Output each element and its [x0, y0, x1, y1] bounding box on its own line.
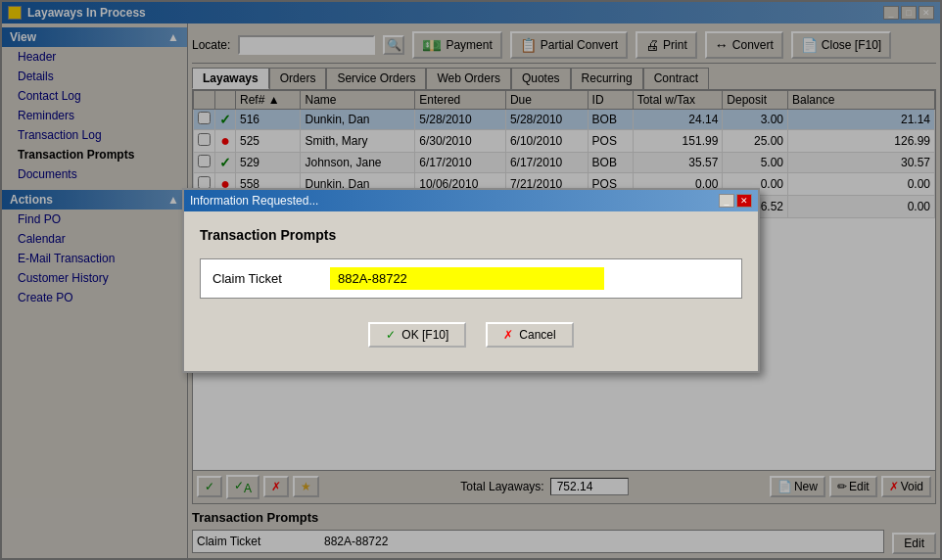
modal-field-label: Claim Ticket — [212, 271, 310, 286]
modal-footer: ✓ OK [F10] ✗ Cancel — [200, 314, 742, 355]
modal-overlay: Information Requested... _ ✕ Transaction… — [0, 0, 942, 560]
cancel-x-icon: ✗ — [503, 328, 513, 342]
modal-section-title: Transaction Prompts — [200, 227, 742, 243]
modal-close-button[interactable]: ✕ — [736, 194, 752, 208]
modal-minimize-button[interactable]: _ — [719, 194, 734, 208]
modal-ok-button[interactable]: ✓ OK [F10] — [368, 322, 466, 348]
modal-title-bar: Information Requested... _ ✕ — [184, 190, 758, 211]
ok-check-icon: ✓ — [386, 328, 396, 342]
information-modal: Information Requested... _ ✕ Transaction… — [182, 188, 760, 373]
modal-body: Transaction Prompts Claim Ticket ✓ OK [F… — [184, 211, 758, 371]
modal-title: Information Requested... — [190, 194, 318, 208]
modal-claim-ticket-input[interactable] — [330, 267, 604, 290]
modal-field: Claim Ticket — [200, 258, 742, 299]
modal-cancel-button[interactable]: ✗ Cancel — [486, 322, 573, 348]
